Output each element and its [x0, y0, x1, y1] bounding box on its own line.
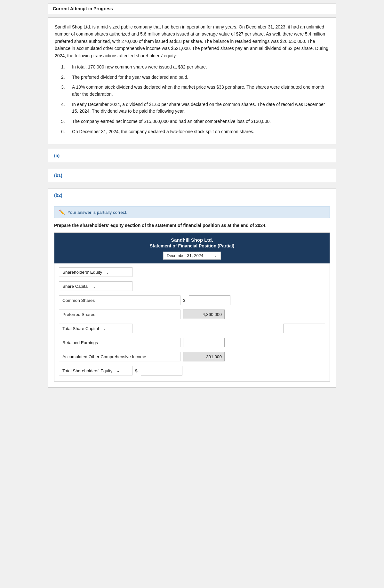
- shareholders-equity-dropdown[interactable]: Shareholders' Equity ⌄: [59, 267, 132, 277]
- retained-earnings-row: Retained Earnings: [59, 338, 325, 347]
- share-capital-label: Share Capital: [62, 284, 89, 289]
- item-number: 2.: [61, 74, 67, 81]
- list-item: 6. On December 31, 2024, the company dec…: [61, 128, 329, 135]
- preferred-shares-label: Preferred Shares: [62, 312, 95, 317]
- partial-correct-text: Your answer is partially correct.: [68, 210, 127, 215]
- financial-table: Sandhill Shop Ltd. Statement of Financia…: [54, 232, 330, 382]
- shareholders-equity-row: Shareholders' Equity ⌄: [59, 267, 325, 277]
- total-shareholders-equity-row: Total Shareholders' Equity ⌄ $: [59, 366, 325, 375]
- part-b2-label-row: (b2): [48, 189, 336, 202]
- part-a-label: (a): [54, 153, 60, 158]
- item-number: 1.: [61, 64, 67, 71]
- total-shareholders-equity-input[interactable]: [141, 366, 182, 375]
- chevron-down-icon: ⌄: [214, 253, 217, 258]
- preferred-shares-row: Preferred Shares 4,860,000: [59, 310, 325, 319]
- chevron-down-icon: ⌄: [106, 270, 109, 275]
- aoci-label-field: Accumulated Other Comprehensive Income: [59, 352, 180, 361]
- retained-earnings-input[interactable]: [183, 338, 225, 347]
- common-shares-label-field: Common Shares: [59, 295, 180, 305]
- common-shares-input[interactable]: [189, 295, 230, 305]
- chevron-down-icon: ⌄: [116, 368, 120, 373]
- preferred-shares-label-field: Preferred Shares: [59, 310, 180, 319]
- share-capital-dropdown[interactable]: Share Capital ⌄: [59, 281, 132, 291]
- company-name: Sandhill Shop Ltd.: [58, 237, 326, 243]
- preferred-shares-value: 4,860,000: [203, 312, 222, 317]
- total-shareholders-equity-label: Total Shareholders' Equity: [62, 368, 112, 373]
- item-text: On December 31, 2024, the company declar…: [72, 128, 254, 135]
- table-header: Sandhill Shop Ltd. Statement of Financia…: [54, 233, 330, 263]
- item-number: 4.: [61, 101, 67, 115]
- date-value: December 31, 2024: [167, 253, 203, 258]
- aoci-value: 391,000: [206, 354, 222, 359]
- problem-section: Sandhill Shop Ltd. is a mid-sized public…: [48, 17, 336, 144]
- shareholders-equity-label: Shareholders' Equity: [62, 270, 102, 275]
- table-body: Shareholders' Equity ⌄ Share Capital ⌄: [54, 263, 330, 381]
- list-item: 4. In early December 2024, a dividend of…: [61, 101, 329, 115]
- aoci-label: Accumulated Other Comprehensive Income: [62, 354, 146, 359]
- item-text: A 10% common stock dividend was declared…: [72, 84, 329, 98]
- current-attempt-bar: Current Attempt in Progress: [48, 3, 336, 14]
- prepare-text: Prepare the shareholders' equity section…: [48, 223, 336, 232]
- chevron-down-icon: ⌄: [103, 326, 106, 331]
- common-shares-row: Common Shares $: [59, 295, 325, 305]
- part-b2-card: (b2) ✏️ Your answer is partially correct…: [48, 189, 336, 388]
- total-share-capital-row: Total Share Capital ⌄: [59, 324, 325, 333]
- common-shares-label: Common Shares: [62, 298, 95, 303]
- item-number: 5.: [61, 118, 67, 125]
- current-attempt-label: Current Attempt in Progress: [53, 6, 113, 11]
- total-share-capital-dropdown[interactable]: Total Share Capital ⌄: [59, 324, 132, 333]
- retained-earnings-label-field: Retained Earnings: [59, 338, 180, 347]
- list-item: 3. A 10% common stock dividend was decla…: [61, 84, 329, 98]
- part-b1-label: (b1): [54, 173, 62, 178]
- total-share-capital-label: Total Share Capital: [62, 326, 99, 331]
- total-shareholders-equity-dollar: $: [135, 368, 138, 373]
- share-capital-row: Share Capital ⌄: [59, 281, 325, 291]
- problem-intro: Sandhill Shop Ltd. is a mid-sized public…: [55, 23, 329, 59]
- common-shares-dollar: $: [183, 298, 186, 303]
- partial-correct-banner: ✏️ Your answer is partially correct.: [54, 206, 330, 218]
- aoci-row: Accumulated Other Comprehensive Income 3…: [59, 352, 325, 361]
- part-b1-card: (b1): [48, 169, 336, 182]
- list-item: 5. The company earned net income of $15,…: [61, 118, 329, 125]
- item-text: The preferred dividend for the year was …: [72, 74, 188, 81]
- aoci-input[interactable]: 391,000: [183, 352, 225, 361]
- part-b2-label: (b2): [54, 193, 62, 198]
- list-item: 1. In total, 170,000 new common shares w…: [61, 64, 329, 71]
- preferred-shares-input[interactable]: 4,860,000: [183, 310, 225, 319]
- item-text: The company earned net income of $15,060…: [72, 118, 271, 125]
- date-dropdown[interactable]: December 31, 2024 ⌄: [163, 252, 221, 260]
- statement-title: Statement of Financial Position (Partial…: [58, 243, 326, 248]
- item-text: In early December 2024, a dividend of $1…: [72, 101, 329, 115]
- chevron-down-icon: ⌄: [92, 284, 96, 289]
- list-item: 2. The preferred dividend for the year w…: [61, 74, 329, 81]
- part-a-card: (a): [48, 149, 336, 162]
- total-share-capital-input[interactable]: [284, 324, 325, 333]
- pencil-icon: ✏️: [59, 209, 65, 215]
- retained-earnings-label: Retained Earnings: [62, 340, 98, 345]
- problem-list: 1. In total, 170,000 new common shares w…: [61, 64, 329, 135]
- item-number: 3.: [61, 84, 67, 98]
- item-number: 6.: [61, 128, 67, 135]
- total-shareholders-equity-dropdown[interactable]: Total Shareholders' Equity ⌄: [59, 366, 132, 375]
- item-text: In total, 170,000 new common shares were…: [72, 64, 207, 71]
